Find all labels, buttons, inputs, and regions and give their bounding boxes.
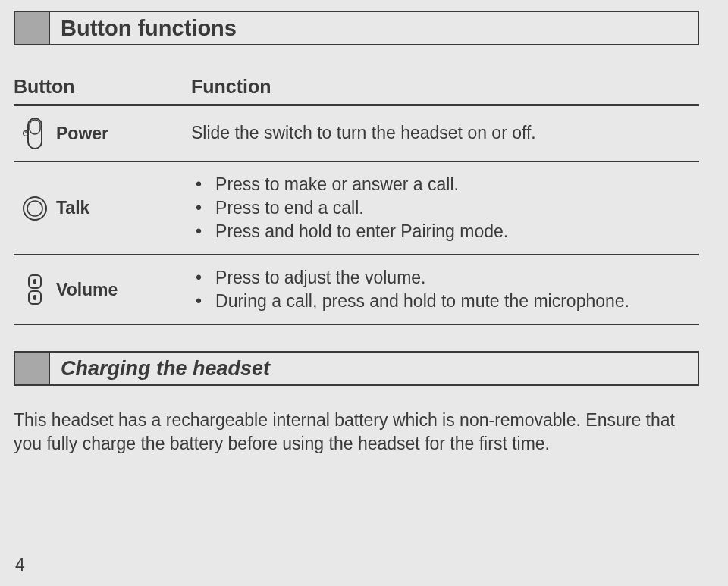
table-row: Volume Press to adjust the volume. Durin… bbox=[14, 255, 699, 325]
svg-rect-9 bbox=[33, 295, 36, 300]
function-list: Press to adjust the volume. During a cal… bbox=[191, 266, 629, 313]
volume-buttons-icon bbox=[14, 273, 56, 306]
header-function: Function bbox=[191, 68, 699, 104]
section-title: Charging the headset bbox=[61, 357, 270, 381]
button-name: Talk bbox=[56, 198, 89, 218]
svg-rect-1 bbox=[30, 120, 40, 134]
table-header-row: Button Function bbox=[14, 68, 699, 106]
button-name: Volume bbox=[56, 280, 118, 300]
button-name: Power bbox=[56, 124, 108, 144]
section-tab bbox=[14, 11, 49, 45]
button-function-table: Button Function Power Slide the switch t… bbox=[14, 68, 699, 325]
function-item: Press to adjust the volume. bbox=[196, 266, 629, 290]
function-item: Press to end a call. bbox=[196, 196, 508, 220]
section-bar-charging: Charging the headset bbox=[14, 351, 699, 386]
svg-point-5 bbox=[27, 201, 42, 216]
page-number: 4 bbox=[15, 555, 25, 575]
header-button: Button bbox=[14, 68, 191, 104]
section-title: Button functions bbox=[61, 16, 237, 41]
section-title-box: Charging the headset bbox=[49, 351, 699, 386]
section-tab bbox=[14, 351, 49, 386]
section-bar-button-functions: Button functions bbox=[14, 11, 699, 45]
table-row: Power Slide the switch to turn the heads… bbox=[14, 106, 699, 162]
svg-rect-7 bbox=[33, 279, 36, 284]
section-title-box: Button functions bbox=[49, 11, 699, 45]
function-item: During a call, press and hold to mute th… bbox=[196, 290, 629, 313]
talk-button-icon bbox=[14, 192, 56, 225]
table-row: Talk Press to make or answer a call. Pre… bbox=[14, 162, 699, 255]
function-text: Slide the switch to turn the headset on … bbox=[191, 121, 536, 145]
function-item: Press to make or answer a call. bbox=[196, 173, 508, 196]
charging-paragraph: This headset has a rechargeable internal… bbox=[14, 409, 699, 456]
function-list: Press to make or answer a call. Press to… bbox=[191, 173, 508, 243]
power-switch-icon bbox=[14, 117, 56, 150]
function-item: Press and hold to enter Pairing mode. bbox=[196, 220, 508, 243]
